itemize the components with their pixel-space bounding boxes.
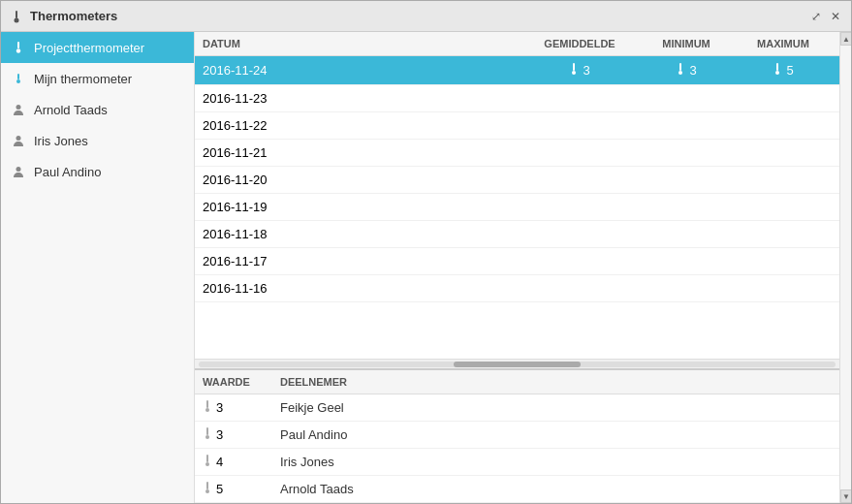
svg-point-6 [16,105,21,110]
header-gemiddelde: GEMIDDELDE [521,38,638,49]
sidebar: Projectthermometer Mijn thermometer Arno… [1,32,195,503]
svg-point-10 [572,71,576,75]
date-cell: 2016-11-21 [203,145,521,160]
svg-point-18 [205,435,209,439]
person-icon [11,102,26,117]
svg-point-3 [16,48,20,52]
thermo-icon [569,62,579,79]
scroll-track[interactable] [840,46,851,489]
dates-table[interactable]: 2016-11-24 3 3 52016-11-232016-11-222016… [195,56,839,359]
detail-value-cell: 5 [203,481,280,497]
detail-row: 4Iris Jones [195,449,839,476]
sidebar-item-label: Projectthermometer [34,41,144,55]
detail-row: 3Feikje Geel [195,394,839,422]
close-button[interactable]: ✕ [828,9,843,24]
date-cell: 2016-11-16 [203,281,521,296]
scrollbar-thumb[interactable] [454,362,581,367]
sidebar-item-label: Iris Jones [34,134,88,148]
detail-deelnemer-cell: Arnold Taads [280,482,832,496]
gemiddelde-cell: 3 [521,62,638,79]
date-row[interactable]: 2016-11-22 [195,112,839,140]
minimum-cell: 3 [638,62,735,79]
detail-value-cell: 4 [203,454,280,470]
main-panel: DATUM GEMIDDELDE MINIMUM MAXIMUM 2016-11… [195,32,839,503]
sidebar-item-iris-jones[interactable]: Iris Jones [1,125,194,156]
date-row[interactable]: 2016-11-18 [195,221,839,248]
date-cell: 2016-11-18 [203,227,521,241]
thermo-icon [203,426,212,443]
right-scrollbar[interactable]: ▲ ▼ [839,32,851,503]
scroll-down-arrow[interactable]: ▼ [840,489,851,503]
svg-rect-0 [16,11,17,18]
date-cell: 2016-11-23 [203,91,521,106]
thermo-icon [773,62,782,79]
svg-rect-9 [573,63,575,71]
svg-point-8 [16,167,21,172]
date-row[interactable]: 2016-11-23 [195,85,839,112]
thermometer-small-icon [11,71,26,86]
header-deelnemer: DEELNEMER [280,376,832,388]
header-maximum: MAXIMUM [735,38,832,49]
detail-value-cell: 3 [203,426,280,443]
date-cell: 2016-11-24 [203,63,521,78]
expand-button[interactable]: ⤢ [808,9,824,24]
horizontal-scrollbar[interactable] [195,359,839,368]
person-icon [11,164,26,179]
table-header: DATUM GEMIDDELDE MINIMUM MAXIMUM [195,32,839,56]
date-row[interactable]: 2016-11-21 [195,140,839,167]
sidebar-item-mijn-thermometer[interactable]: Mijn thermometer [1,63,194,94]
main-window: Thermometers ⤢ ✕ Projectthermometer Mijn… [0,0,852,504]
sidebar-item-label: Mijn thermometer [34,72,132,86]
svg-point-7 [16,136,21,141]
detail-row: 5Arnold Taads [195,476,839,503]
scrollbar-track[interactable] [199,362,836,367]
detail-value-cell: 3 [203,399,280,416]
date-row[interactable]: 2016-11-17 [195,248,839,275]
detail-deelnemer-cell: Iris Jones [280,455,832,469]
svg-point-5 [16,79,20,83]
header-datum: DATUM [203,38,521,49]
date-row[interactable]: 2016-11-20 [195,167,839,194]
thermo-icon [676,62,685,79]
content-area: Projectthermometer Mijn thermometer Arno… [1,32,851,503]
sidebar-item-paul-andino[interactable]: Paul Andino [1,156,194,187]
svg-rect-17 [206,427,208,435]
detail-row: 3Paul Andino [195,422,839,449]
thermo-icon [203,454,212,470]
header-minimum: MINIMUM [638,38,735,49]
thermometer-icon [11,40,26,55]
date-cell: 2016-11-17 [203,254,521,268]
date-row[interactable]: 2016-11-16 [195,275,839,302]
svg-point-12 [678,71,682,75]
sidebar-item-label: Paul Andino [34,165,101,179]
svg-rect-13 [776,63,778,71]
detail-rows: 3Feikje Geel 3Paul Andino 4Iris Jones 5A… [195,394,839,503]
svg-point-16 [205,408,209,412]
person-icon [11,133,26,148]
window-title: Thermometers [30,9,117,23]
scroll-up-arrow[interactable]: ▲ [840,32,851,46]
date-row[interactable]: 2016-11-24 3 3 5 [195,56,839,85]
date-cell: 2016-11-20 [203,173,521,187]
svg-rect-21 [206,482,208,489]
thermo-icon [203,399,212,416]
header-waarde: WAARDE [203,376,280,388]
svg-point-22 [205,489,209,493]
thermometer-title-icon [9,9,24,24]
detail-deelnemer-cell: Paul Andino [280,427,832,442]
titlebar-controls: ⤢ ✕ [808,9,843,24]
detail-deelnemer-cell: Feikje Geel [280,400,832,415]
sidebar-item-arnold-taads[interactable]: Arnold Taads [1,94,194,125]
svg-point-14 [775,71,779,75]
titlebar-left: Thermometers [9,9,117,24]
svg-rect-15 [206,400,208,408]
svg-rect-11 [679,63,681,71]
date-row[interactable]: 2016-11-19 [195,194,839,221]
svg-rect-4 [17,74,19,79]
date-cell: 2016-11-19 [203,200,521,214]
maximum-cell: 5 [735,62,832,79]
date-cell: 2016-11-22 [203,118,521,133]
sidebar-item-projectthermometer[interactable]: Projectthermometer [1,32,194,63]
detail-panel: WAARDE DEELNEMER 3Feikje Geel 3Paul Andi… [195,368,839,503]
titlebar: Thermometers ⤢ ✕ [1,1,851,32]
